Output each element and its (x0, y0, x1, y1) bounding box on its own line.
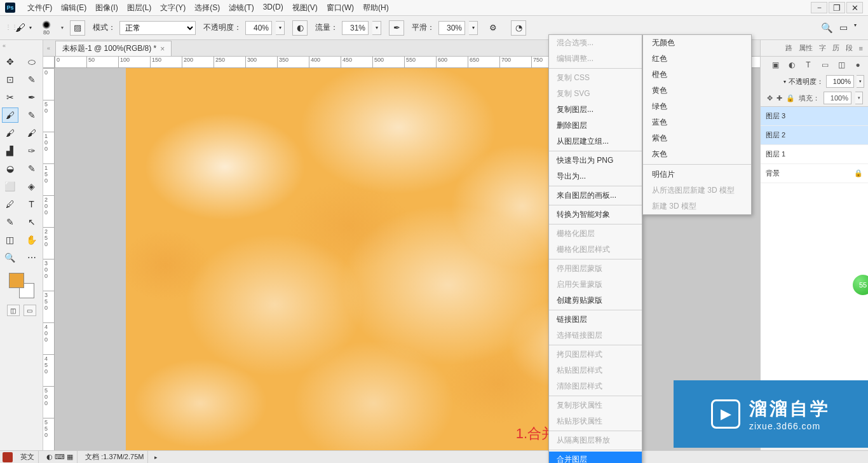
vertical-ruler[interactable]: 050100150200250300350400450500550 (43, 68, 55, 450)
minimize-button[interactable]: － (811, 2, 827, 13)
menu-item[interactable]: 橙色 (643, 67, 751, 83)
menu-item[interactable]: 无颜色 (643, 35, 751, 51)
tool-button[interactable]: ✎ (24, 72, 40, 87)
ime-icon[interactable] (3, 452, 13, 462)
crop-icon[interactable]: ✚ (776, 94, 782, 102)
menu-item[interactable]: 紫色 (643, 130, 751, 146)
menu-item[interactable]: 明信片 (643, 167, 751, 183)
ruler-origin[interactable] (43, 57, 55, 68)
artboard-icon[interactable]: ◫ (836, 60, 846, 70)
panel-menu-icon[interactable]: ≡ (859, 45, 863, 52)
chevron-down-icon[interactable]: ▾ (783, 79, 786, 85)
tool-button[interactable]: ↖ (24, 214, 40, 230)
text-icon[interactable]: T (803, 60, 813, 70)
panel-tab[interactable]: 路 (785, 43, 792, 53)
menu-item[interactable]: 滤镜(T) (224, 3, 258, 13)
menu-item[interactable]: 图层(L) (123, 3, 156, 13)
tool-button[interactable]: 🖊 (2, 197, 18, 212)
tool-button[interactable]: ⊡ (2, 72, 18, 87)
panel-tab[interactable]: 段 (846, 43, 853, 53)
pressure-size-icon[interactable]: ◔ (511, 20, 526, 36)
tool-button[interactable]: T (24, 197, 40, 212)
menu-item[interactable]: 复制图层... (549, 102, 642, 118)
chevron-down-icon[interactable]: ▾ (854, 22, 857, 34)
tool-button[interactable]: ⬜ (2, 179, 18, 194)
fill-input[interactable]: 100% (824, 92, 851, 104)
menu-item[interactable]: 合并图层 (549, 452, 642, 463)
chevron-down-icon[interactable]: ▾ (855, 92, 863, 104)
pressure-opacity-icon[interactable]: ◐ (292, 20, 308, 36)
menu-item[interactable]: 红色 (643, 51, 751, 67)
menu-item[interactable]: 帮助(H) (358, 3, 393, 13)
tool-button[interactable]: 🖌 (2, 125, 18, 141)
brush-preview[interactable]: 80 (36, 18, 57, 38)
brush-tool-icon[interactable]: 🖌 (15, 22, 25, 34)
ime-mode-icons[interactable]: ◐ ⌨ ▦ (43, 451, 78, 463)
search-icon[interactable]: 🔍 (821, 22, 833, 34)
tool-button[interactable]: ✥ (2, 54, 18, 69)
chevron-down-icon[interactable]: ▾ (372, 21, 381, 35)
menu-item[interactable]: 绿色 (643, 99, 751, 114)
menu-item[interactable]: 转换为智能对象 (549, 207, 642, 223)
frame-icon[interactable]: ▭ (839, 22, 848, 34)
collapse-icon[interactable]: « (0, 43, 6, 52)
menu-item[interactable]: 创建剪贴蒙版 (549, 293, 642, 308)
menu-item[interactable]: 窗口(W) (322, 3, 358, 13)
close-button[interactable]: ✕ (846, 2, 863, 13)
maximize-button[interactable]: ❐ (829, 2, 845, 13)
tool-button[interactable]: ◫ (2, 232, 18, 247)
chevron-down-icon[interactable]: ▾ (276, 21, 285, 35)
tool-button[interactable]: 🖌 (2, 107, 18, 123)
menu-item[interactable]: 灰色 (643, 146, 751, 162)
menu-item[interactable]: 链接图层 (549, 312, 642, 328)
tool-button[interactable]: ⋯ (24, 250, 40, 265)
panel-tab[interactable]: 历 (832, 43, 839, 53)
mode-select[interactable]: 正常 (119, 21, 196, 35)
tool-button[interactable]: ✑ (24, 143, 40, 158)
color-swatches[interactable] (9, 273, 34, 298)
tool-button[interactable]: ✒ (24, 90, 40, 105)
tool-button[interactable]: 🔍 (2, 250, 18, 265)
lock-icon[interactable]: 🔒 (786, 94, 795, 102)
dropdown-icon[interactable]: ▾ (29, 25, 32, 31)
document-tab[interactable]: 未标题-1 @ 100%(RGB/8) * × (55, 41, 172, 56)
tool-button[interactable]: ▟ (2, 143, 18, 158)
menu-item[interactable]: 黄色 (643, 83, 751, 99)
menu-item[interactable]: 导出为... (549, 169, 642, 184)
menu-item[interactable]: 图像(I) (91, 3, 122, 13)
panel-tab[interactable]: 字 (819, 43, 826, 53)
tool-button[interactable]: ◈ (24, 179, 40, 194)
tool-button[interactable]: ◒ (2, 161, 18, 176)
layer-item[interactable]: 图层 3 (761, 107, 868, 126)
menu-item[interactable]: 编辑(E) (57, 3, 91, 13)
menu-item[interactable]: 3D(D) (259, 3, 288, 13)
tool-button[interactable]: ✋ (24, 232, 40, 247)
foreground-swatch[interactable] (9, 273, 24, 288)
shape-icon[interactable]: ▭ (820, 60, 830, 70)
menu-item[interactable]: 来自图层的画板... (549, 188, 642, 204)
close-icon[interactable]: × (160, 45, 165, 53)
layer-opacity-input[interactable]: 100% (826, 75, 854, 88)
tool-button[interactable]: ✎ (24, 161, 40, 176)
menu-item[interactable]: 选择(S) (190, 3, 224, 13)
chevron-down-icon[interactable]: ▾ (61, 25, 66, 31)
opacity-input[interactable]: 40% (245, 21, 272, 35)
tool-button[interactable]: ✂ (2, 90, 18, 105)
chevron-right-icon[interactable]: ▸ (152, 454, 158, 460)
fill-icon[interactable]: ● (853, 60, 863, 70)
layer-item[interactable]: 图层 1 (761, 145, 868, 164)
chevron-down-icon[interactable]: ▾ (469, 21, 478, 35)
adjust-icon[interactable]: ◐ (787, 60, 797, 70)
layer-item[interactable]: 背景🔒 (761, 164, 868, 183)
image-icon[interactable]: ▣ (770, 60, 780, 70)
tool-button[interactable]: ✎ (24, 107, 40, 123)
screenmode-icon[interactable]: ▭ (24, 305, 36, 316)
brush-panel-icon[interactable]: ▨ (70, 20, 85, 36)
canvas-image[interactable]: 1.合并图层 ➘ (126, 68, 621, 450)
menu-item[interactable]: 从图层建立组... (549, 134, 642, 149)
panel-tab[interactable]: 属性 (799, 43, 813, 53)
tool-button[interactable]: ✎ (2, 214, 18, 230)
menu-item[interactable]: 快速导出为 PNG (549, 153, 642, 169)
chevron-down-icon[interactable]: ▾ (857, 75, 864, 88)
quickmask-icon[interactable]: ◫ (7, 305, 20, 316)
